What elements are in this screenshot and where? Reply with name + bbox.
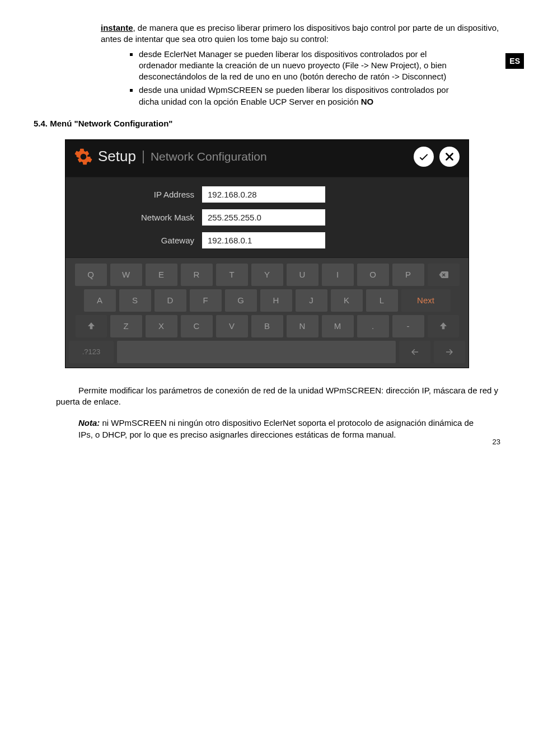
check-icon bbox=[418, 151, 430, 163]
note-label: Nota: bbox=[78, 418, 100, 428]
backspace-icon bbox=[438, 270, 448, 280]
confirm-button[interactable] bbox=[414, 147, 434, 167]
kbd-row-2: A S D F G H J K L Next bbox=[69, 289, 465, 312]
key-g[interactable]: G bbox=[225, 289, 257, 312]
language-badge: ES bbox=[505, 53, 524, 69]
kbd-row-3: Z X C V B N M . - bbox=[69, 315, 465, 337]
key-t[interactable]: T bbox=[216, 264, 248, 286]
mask-label: Network Mask bbox=[77, 213, 202, 222]
gear-icon bbox=[74, 148, 92, 166]
key-e[interactable]: E bbox=[146, 264, 177, 286]
key-b[interactable]: B bbox=[251, 315, 283, 337]
key-k[interactable]: K bbox=[331, 289, 363, 312]
key-dash[interactable]: - bbox=[392, 315, 424, 337]
panel-subtitle: Network Configuration bbox=[151, 150, 267, 163]
intro-rest: , de manera que es preciso liberar prime… bbox=[101, 23, 499, 44]
key-s[interactable]: S bbox=[119, 289, 151, 312]
key-shift-left[interactable] bbox=[76, 315, 107, 337]
gateway-label: Gateway bbox=[77, 236, 202, 245]
key-space[interactable] bbox=[117, 341, 396, 363]
bullet-item: desde EclerNet Manager se pueden liberar… bbox=[139, 49, 467, 83]
shift-icon bbox=[86, 321, 96, 331]
panel-separator: | bbox=[142, 149, 145, 164]
gateway-input[interactable]: 192.168.0.1 bbox=[202, 232, 325, 248]
key-h[interactable]: H bbox=[260, 289, 292, 312]
key-i[interactable]: I bbox=[322, 264, 354, 286]
bullet-item: desde una unidad WpmSCREEN se pueden lib… bbox=[139, 84, 467, 107]
page-number: 23 bbox=[493, 438, 500, 446]
key-dot[interactable]: . bbox=[357, 315, 389, 337]
key-arrow-right[interactable] bbox=[434, 341, 465, 363]
key-o[interactable]: O bbox=[357, 264, 389, 286]
kbd-row-4: .?123 bbox=[69, 341, 465, 363]
key-c[interactable]: C bbox=[181, 315, 213, 337]
key-p[interactable]: P bbox=[392, 264, 424, 286]
close-icon bbox=[443, 151, 456, 163]
key-d[interactable]: D bbox=[154, 289, 186, 312]
shift-icon bbox=[438, 321, 448, 331]
key-r[interactable]: R bbox=[181, 264, 213, 286]
ip-input[interactable]: 192.168.0.28 bbox=[202, 186, 325, 203]
intro-underlined: instante bbox=[101, 23, 133, 32]
cancel-button[interactable] bbox=[439, 147, 460, 167]
key-w[interactable]: W bbox=[110, 264, 142, 286]
note-paragraph: Nota: ni WPmSCREEN ni ningún otro dispos… bbox=[78, 417, 500, 440]
key-mode-switch[interactable]: .?123 bbox=[69, 341, 114, 363]
key-x[interactable]: X bbox=[146, 315, 177, 337]
ip-label: IP Address bbox=[77, 190, 202, 199]
panel-header: Setup | Network Configuration bbox=[65, 140, 469, 177]
form-area: IP Address 192.168.0.28 Network Mask 255… bbox=[65, 177, 469, 258]
key-m[interactable]: M bbox=[322, 315, 354, 337]
onscreen-keyboard: Q W E R T Y U I O P A S D F G H J K L Ne… bbox=[65, 258, 469, 368]
mask-input[interactable]: 255.255.255.0 bbox=[202, 209, 325, 226]
intro-bullets: desde EclerNet Manager se pueden liberar… bbox=[123, 49, 467, 107]
key-q[interactable]: Q bbox=[75, 264, 107, 286]
panel-title: Setup bbox=[98, 148, 136, 165]
key-backspace[interactable] bbox=[428, 264, 460, 286]
key-a[interactable]: A bbox=[84, 289, 116, 312]
arrow-right-icon bbox=[444, 347, 455, 357]
arrow-left-icon bbox=[410, 347, 420, 357]
key-shift-right[interactable] bbox=[428, 315, 459, 337]
key-z[interactable]: Z bbox=[110, 315, 142, 337]
network-config-panel: Setup | Network Configuration IP Address… bbox=[65, 139, 469, 368]
key-v[interactable]: V bbox=[216, 315, 248, 337]
key-arrow-left[interactable] bbox=[399, 341, 430, 363]
body-paragraph: Permite modificar los parámetros de cone… bbox=[56, 385, 500, 408]
gateway-row: Gateway 192.168.0.1 bbox=[77, 232, 457, 248]
key-j[interactable]: J bbox=[296, 289, 327, 312]
ip-row: IP Address 192.168.0.28 bbox=[77, 186, 457, 203]
section-heading: 5.4. Menú "Network Configuration" bbox=[34, 119, 500, 128]
intro-paragraph: instante, de manera que es preciso liber… bbox=[101, 22, 500, 45]
key-u[interactable]: U bbox=[287, 264, 318, 286]
key-n[interactable]: N bbox=[287, 315, 318, 337]
key-f[interactable]: F bbox=[190, 289, 222, 312]
key-next[interactable]: Next bbox=[401, 289, 451, 312]
key-y[interactable]: Y bbox=[251, 264, 283, 286]
mask-row: Network Mask 255.255.255.0 bbox=[77, 209, 457, 226]
kbd-row-1: Q W E R T Y U I O P bbox=[69, 264, 465, 286]
note-text: ni WPmSCREEN ni ningún otro dispositivo … bbox=[78, 418, 474, 439]
key-l[interactable]: L bbox=[366, 289, 398, 312]
